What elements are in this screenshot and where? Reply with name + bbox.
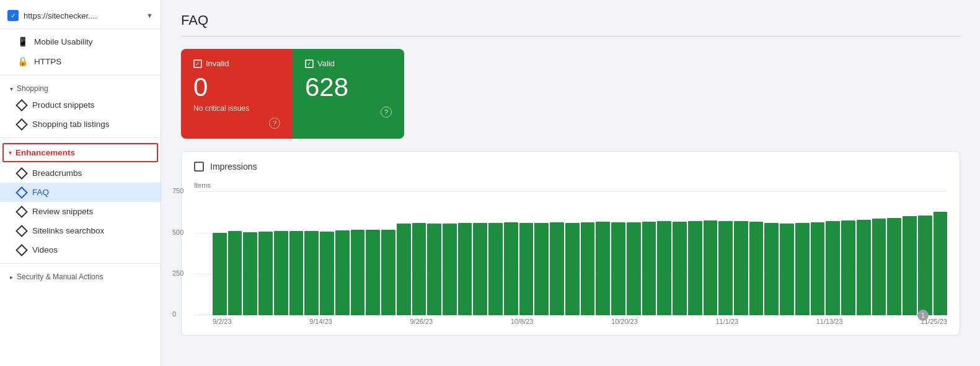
help-area: ? (305, 107, 392, 118)
x-label: 10/20/23 (611, 318, 638, 325)
x-label: 11/1/23 (715, 318, 738, 325)
url-text: https://sitechecker.... (24, 11, 141, 20)
bar (473, 223, 487, 315)
diamond-icon (15, 99, 28, 111)
sidebar-item-shopping-tab[interactable]: Shopping tab listings (0, 115, 161, 134)
bar (443, 224, 457, 316)
sidebar-item-label: Review snippets (32, 207, 93, 216)
diamond-icon (15, 244, 28, 256)
valid-value: 628 (305, 73, 392, 102)
bar (351, 230, 365, 315)
chevron-icon: ▸ (10, 274, 13, 281)
divider (0, 137, 161, 138)
diamond-icon (15, 118, 28, 131)
bar (872, 219, 886, 315)
grid-label: 500 (172, 229, 183, 236)
bar (504, 222, 518, 315)
invalid-card: Invalid 0 No critical issues ? (181, 49, 293, 139)
sidebar-item-breadcrumbs[interactable]: Breadcrumbs (0, 163, 161, 183)
chart-section: Impressions Items 750 500 250 0 (181, 151, 960, 336)
sidebar-item-label: FAQ (32, 188, 49, 197)
x-label: 9/14/23 (309, 318, 332, 325)
bar (335, 230, 350, 315)
chart-title: Impressions (210, 162, 257, 172)
lock-icon: 🔒 (17, 56, 28, 66)
bar (243, 232, 257, 316)
bar (657, 221, 671, 315)
enhancements-section[interactable]: ▾ Enhancements (2, 143, 158, 162)
mobile-icon: 📱 (17, 37, 28, 46)
bar (795, 223, 810, 315)
bar (749, 222, 764, 315)
invalid-sublabel: No critical issues (193, 104, 280, 113)
sidebar-item-mobile-usability[interactable]: 📱 Mobile Usability (0, 32, 161, 51)
help-area: ? (193, 118, 280, 129)
sidebar-item-review-snippets[interactable]: Review snippets (0, 202, 161, 221)
sidebar-item-label: Breadcrumbs (32, 168, 82, 178)
content-area: Invalid 0 No critical issues ? Valid 628… (161, 44, 980, 366)
bar (780, 224, 794, 315)
chart-header: Impressions (194, 162, 947, 172)
x-axis: 9/2/23 9/14/23 9/26/23 10/8/23 10/20/23 … (213, 318, 947, 325)
grid-label: 250 (172, 269, 183, 277)
sidebar-item-label: HTTPS (34, 57, 61, 66)
dropdown-arrow-icon[interactable]: ▼ (146, 12, 153, 19)
grid-label: 0 (172, 310, 176, 318)
security-section[interactable]: ▸ Security & Manual Actions (0, 268, 161, 284)
bar (627, 222, 641, 315)
diamond-icon (15, 186, 28, 199)
sidebar-item-faq[interactable]: FAQ (0, 183, 161, 202)
x-label: 10/8/23 (511, 318, 534, 325)
bar (934, 212, 948, 315)
sidebar: https://sitechecker.... ▼ 📱 Mobile Usabi… (0, 0, 161, 366)
shopping-section[interactable]: ▾ Shopping (0, 79, 161, 95)
shopping-label: Shopping (17, 84, 48, 93)
bar (274, 231, 288, 315)
bar (550, 222, 564, 315)
bar (213, 233, 227, 315)
bar (718, 221, 733, 316)
sidebar-item-label: Videos (32, 245, 58, 255)
bar (412, 223, 426, 315)
bar (519, 223, 534, 315)
check-icon (193, 59, 202, 68)
impressions-checkbox[interactable] (194, 162, 204, 172)
bar (228, 231, 242, 315)
sidebar-item-sitelinks[interactable]: Sitelinks searchbox (0, 221, 161, 240)
bar (642, 222, 656, 315)
invalid-value: 0 (193, 73, 280, 102)
bar (903, 216, 917, 315)
bar (918, 216, 932, 315)
bar (887, 218, 901, 315)
bar (826, 221, 840, 315)
bar (857, 220, 871, 316)
bar (366, 230, 380, 316)
bar (764, 223, 779, 315)
valid-label: Valid (317, 59, 335, 68)
diamond-icon (15, 167, 28, 180)
sidebar-item-videos[interactable]: Videos (0, 240, 161, 259)
main-content: FAQ Invalid 0 No critical issues ? (161, 0, 980, 366)
bar (704, 220, 718, 315)
bar (381, 230, 395, 315)
status-cards: Invalid 0 No critical issues ? Valid 628… (181, 49, 404, 139)
chart-container: 750 500 250 0 1 (194, 191, 947, 315)
enhancements-label: Enhancements (15, 148, 75, 157)
help-icon[interactable]: ? (269, 118, 280, 129)
sidebar-item-https[interactable]: 🔒 HTTPS (0, 51, 161, 71)
diamond-icon (15, 206, 28, 218)
site-icon (7, 10, 19, 21)
bar (289, 231, 304, 316)
bar (734, 221, 748, 315)
help-icon[interactable]: ? (381, 107, 392, 118)
bar (304, 231, 319, 315)
bar (673, 222, 687, 315)
url-bar[interactable]: https://sitechecker.... ▼ (0, 5, 161, 29)
divider (0, 75, 161, 76)
bar (596, 222, 610, 315)
security-label: Security & Manual Actions (17, 272, 103, 281)
sidebar-item-label: Product snippets (32, 100, 95, 110)
sidebar-item-product-snippets[interactable]: Product snippets (0, 95, 161, 115)
x-label: 9/2/23 (213, 318, 232, 325)
valid-header: Valid (305, 59, 392, 68)
